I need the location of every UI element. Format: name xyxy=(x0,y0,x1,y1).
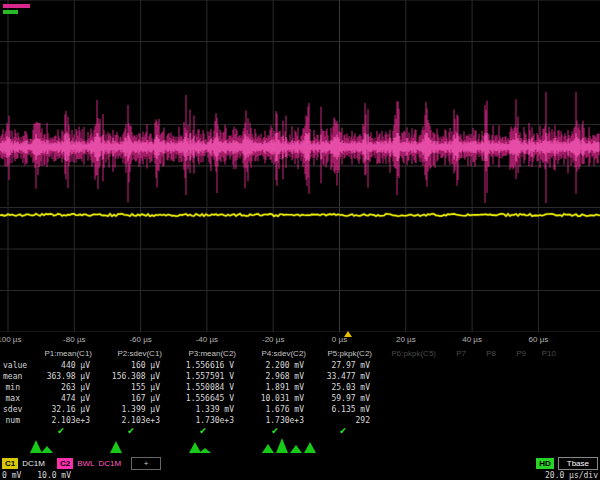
measurement-value: 10.031 mV xyxy=(240,393,310,404)
channel-c2-button[interactable]: C2 xyxy=(57,458,73,469)
histicon-peak xyxy=(290,445,302,453)
measurement-value xyxy=(530,360,560,371)
time-label: 20 µs xyxy=(396,335,416,344)
oscilloscope-screen: -100 µs-80 µs-60 µs-40 µs-20 µs0 µs20 µs… xyxy=(0,0,600,480)
histicon-peak xyxy=(304,442,316,453)
measurement-value xyxy=(470,404,500,415)
measurement-value: 263 µV xyxy=(26,382,96,393)
measurement-value: 1.399 µV xyxy=(96,404,166,415)
measurement-value xyxy=(376,371,440,382)
measurement-value: 292 xyxy=(310,415,376,426)
measurement-value: 1.891 mV xyxy=(240,382,310,393)
measurement-value xyxy=(440,382,470,393)
measurement-value xyxy=(440,371,470,382)
measurement-value: 1.556616 V xyxy=(166,360,240,371)
stat-row-label: max xyxy=(0,393,26,404)
descriptor-bar: C1 DC1M C2 BWL DC1M + 0 mV 10.0 mV HD Tb… xyxy=(0,456,600,480)
time-label: -100 µs xyxy=(0,335,21,344)
stat-row-label: value xyxy=(0,360,26,371)
tbase-scale: 20.0 µs/div xyxy=(545,471,598,480)
measurement-value xyxy=(440,415,470,426)
param-header: P7 xyxy=(440,348,470,360)
channel-c1-button[interactable]: C1 xyxy=(2,458,18,469)
stat-row-label: sdev xyxy=(0,404,26,415)
c2-coupling: DC1M xyxy=(98,459,121,468)
measurement-value xyxy=(440,360,470,371)
histicon-peak xyxy=(189,442,201,453)
measurement-histicons xyxy=(0,434,600,456)
param-header: P4:sdev(C2) xyxy=(240,348,310,360)
measurement-value: 155 µV xyxy=(96,382,166,393)
param-header: P3:mean(C2) xyxy=(166,348,240,360)
measurement-value: 1.676 mV xyxy=(240,404,310,415)
histicon-peak xyxy=(262,444,274,453)
measurement-value xyxy=(470,371,500,382)
c1-offset: 0 mV xyxy=(2,471,21,480)
time-label: -80 µs xyxy=(63,335,85,344)
time-label: 40 µs xyxy=(462,335,482,344)
param-header: P2:sdev(C1) xyxy=(96,348,166,360)
measurement-value xyxy=(376,404,440,415)
measurement-value: 1.550084 V xyxy=(166,382,240,393)
c1-status-bar xyxy=(3,10,18,14)
trigger-time-marker[interactable] xyxy=(344,331,352,337)
measurement-value xyxy=(500,360,530,371)
measurement-value: 1.730e+3 xyxy=(240,415,310,426)
param-header: P9 xyxy=(500,348,530,360)
measurement-value xyxy=(440,404,470,415)
add-trace-button[interactable]: + xyxy=(131,457,161,470)
measurement-value xyxy=(500,382,530,393)
stat-row-label: min xyxy=(0,382,26,393)
measurement-value: 2.103e+3 xyxy=(26,415,96,426)
histicon-peak xyxy=(199,448,211,453)
measurement-value xyxy=(530,371,560,382)
stat-row-label: num xyxy=(0,415,26,426)
measurement-value xyxy=(440,393,470,404)
histicon-peak xyxy=(41,446,53,453)
measurement-value: 474 µV xyxy=(26,393,96,404)
time-label: -40 µs xyxy=(196,335,218,344)
c1-coupling: DC1M xyxy=(22,459,45,468)
measurement-value: 2.200 mV xyxy=(240,360,310,371)
histicon-peak xyxy=(110,441,122,453)
measurement-value xyxy=(500,371,530,382)
measurement-value xyxy=(376,382,440,393)
time-axis: -100 µs-80 µs-60 µs-40 µs-20 µs0 µs20 µs… xyxy=(0,331,600,348)
c2-bandwidth-badge: BWL xyxy=(77,459,94,468)
param-header: P1:mean(C1) xyxy=(26,348,96,360)
hd-badge: HD xyxy=(536,458,554,469)
measurement-value xyxy=(500,415,530,426)
param-header: P10 xyxy=(530,348,560,360)
measurement-value xyxy=(470,360,500,371)
measurement-value: 6.135 mV xyxy=(310,404,376,415)
time-label: -20 µs xyxy=(262,335,284,344)
measurement-value: 1.730e+3 xyxy=(166,415,240,426)
measurement-value: 59.97 mV xyxy=(310,393,376,404)
measurement-value: 440 µV xyxy=(26,360,96,371)
measurement-value xyxy=(376,393,440,404)
histicon-peak xyxy=(276,438,288,453)
measurement-value xyxy=(470,393,500,404)
measurement-value xyxy=(470,415,500,426)
waveform-display[interactable] xyxy=(0,0,600,332)
measurement-value: 25.03 mV xyxy=(310,382,376,393)
measurement-value xyxy=(530,404,560,415)
measurement-value xyxy=(500,404,530,415)
param-header: P8 xyxy=(470,348,500,360)
measurement-value xyxy=(500,393,530,404)
c2-status-bar xyxy=(3,4,30,8)
timebase-button[interactable]: Tbase xyxy=(558,457,598,470)
measurement-value: 1.556645 V xyxy=(166,393,240,404)
c1-scale: 10.0 mV xyxy=(37,471,71,480)
measurement-value: 1.557591 V xyxy=(166,371,240,382)
measurement-value xyxy=(470,382,500,393)
param-header: P5:pkpk(C2) xyxy=(310,348,376,360)
status-indicator xyxy=(3,4,30,16)
stat-row-label: mean xyxy=(0,371,26,382)
measurement-table[interactable]: P1:mean(C1)P2:sdev(C1)P3:mean(C2)P4:sdev… xyxy=(0,348,600,436)
param-header: P6:pkpk(C5) xyxy=(376,348,440,360)
histicon-peak xyxy=(30,440,42,453)
measurement-value xyxy=(530,382,560,393)
measurement-value xyxy=(530,415,560,426)
measurement-value: 1.339 mV xyxy=(166,404,240,415)
